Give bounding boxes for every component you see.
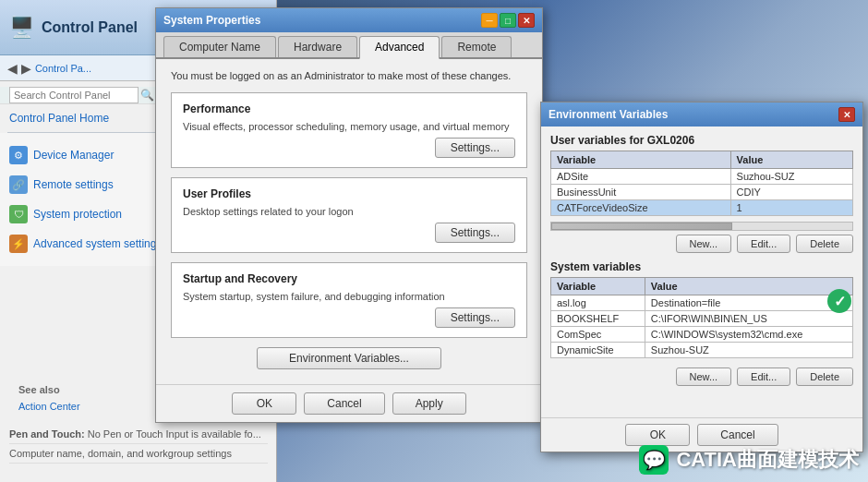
- user-var-adsite-name: ADSite: [551, 169, 731, 185]
- tabs-container: Computer Name Hardware Advanced Remote: [156, 32, 542, 59]
- user-delete-button[interactable]: Delete: [796, 235, 853, 253]
- sys-var-comspec-value: C:\WINDOWS\system32\cmd.exe: [645, 327, 852, 343]
- environment-variables-button[interactable]: Environment Variables...: [257, 347, 441, 369]
- user-var-row-businessunit[interactable]: BusinessUnit CDIY: [551, 185, 853, 200]
- minimize-button[interactable]: ─: [481, 13, 498, 28]
- pen-touch-value: No Pen or Touch Input is available fo...: [88, 428, 261, 440]
- sys-var-row-bookshelf[interactable]: BOOKSHELF C:\IFOR\WIN\BIN\EN_US: [551, 311, 853, 327]
- pen-touch-key: Pen and Touch:: [9, 428, 85, 440]
- system-props-body: You must be logged on as an Administrato…: [156, 59, 542, 388]
- startup-recovery-title: Startup and Recovery: [183, 272, 515, 285]
- sidebar-item-label-advanced: Advanced system settings: [33, 237, 162, 250]
- titlebar-controls: ─ □ ✕: [481, 13, 535, 28]
- user-vars-table-container: Variable Value ADSite Suzhou-SUZ Busines…: [550, 151, 853, 231]
- apply-button[interactable]: Apply: [392, 392, 466, 415]
- sys-edit-button[interactable]: Edit...: [737, 368, 790, 386]
- system-vars-table-container: Variable Value asl.log Destination=file …: [550, 277, 853, 364]
- advanced-settings-icon: ⚡: [9, 235, 28, 253]
- tab-computer-name[interactable]: Computer Name: [163, 36, 276, 57]
- system-protection-icon: 🛡: [9, 205, 28, 223]
- user-edit-button[interactable]: Edit...: [737, 235, 790, 253]
- sys-var-bookshelf-value: C:\IFOR\WIN\BIN\EN_US: [645, 311, 852, 327]
- user-var-row-adsite[interactable]: ADSite Suzhou-SUZ: [551, 169, 853, 185]
- tab-advanced[interactable]: Advanced: [359, 36, 440, 59]
- startup-recovery-desc: System startup, system failure, and debu…: [183, 291, 515, 302]
- env-vars-title: Environment Variables: [549, 108, 668, 121]
- sys-var-row-comspec[interactable]: ComSpec C:\WINDOWS\system32\cmd.exe: [551, 327, 853, 343]
- performance-desc: Visual effects, processor scheduling, me…: [183, 121, 515, 132]
- env-vars-titlebar-controls: ✕: [838, 107, 855, 122]
- user-vars-table: Variable Value ADSite Suzhou-SUZ Busines…: [550, 151, 853, 216]
- sidebar-item-label-remote: Remote settings: [33, 178, 114, 191]
- watermark: 💬 CATIA曲面建模技术: [639, 445, 859, 475]
- user-profiles-title: User Profiles: [183, 187, 515, 200]
- sidebar-item-label-protection: System protection: [33, 208, 122, 221]
- user-var-businessunit-value: CDIY: [730, 185, 852, 200]
- maximize-button[interactable]: □: [500, 13, 516, 28]
- pen-touch-label: Pen and Touch: No Pen or Touch Input is …: [9, 425, 268, 444]
- sys-delete-button[interactable]: Delete: [796, 368, 853, 386]
- admin-notice: You must be logged on as an Administrato…: [171, 70, 527, 81]
- system-props-title: System Properties: [163, 14, 260, 27]
- env-vars-body: User variables for GXL0206 Variable Valu…: [541, 127, 862, 401]
- user-var-row-catforce[interactable]: CATForceVideoSize 1: [551, 200, 853, 216]
- sys-new-button[interactable]: New...: [676, 368, 732, 386]
- system-vars-buttons: New... Edit... Delete: [550, 368, 853, 386]
- env-vars-titlebar: Environment Variables ✕: [541, 102, 862, 127]
- computer-name-label: Computer name, domain, and workgroup set…: [9, 444, 268, 464]
- user-table-hscroll-thumb: [551, 223, 732, 230]
- system-props-titlebar: System Properties ─ □ ✕: [156, 8, 542, 32]
- check-mark-overlay: ✓: [827, 289, 851, 313]
- user-new-button[interactable]: New...: [676, 235, 732, 253]
- tab-remote[interactable]: Remote: [441, 36, 512, 57]
- system-vars-table: Variable Value asl.log Destination=file …: [550, 277, 853, 358]
- performance-section: Performance Visual effects, processor sc…: [171, 92, 527, 168]
- sys-var-dynamicsite-value: Suzhou-SUZ: [645, 343, 852, 358]
- user-table-hscrollbar[interactable]: [550, 222, 853, 231]
- environment-variables-dialog: Environment Variables ✕ User variables f…: [540, 102, 863, 452]
- user-vars-title: User variables for GXL0206: [550, 134, 853, 147]
- user-profiles-settings-button[interactable]: Settings...: [435, 223, 515, 243]
- startup-recovery-section: Startup and Recovery System startup, sys…: [171, 262, 527, 338]
- sys-var-comspec-name: ComSpec: [551, 327, 645, 343]
- cancel-button[interactable]: Cancel: [304, 392, 384, 415]
- system-vars-title: System variables: [550, 260, 853, 273]
- env-vars-close-button[interactable]: ✕: [838, 107, 855, 122]
- sys-var-asllog-value: Destination=file: [645, 295, 852, 311]
- user-var-catforce-value: 1: [730, 200, 852, 216]
- ok-button[interactable]: OK: [232, 392, 296, 415]
- close-button[interactable]: ✕: [518, 13, 535, 28]
- desktop: 🖥️ 📁 🖥️ Control Panel ◀ ▶ Control Pa... …: [0, 0, 868, 482]
- device-manager-icon: ⚙: [9, 146, 28, 164]
- sys-var-asllog-name: asl.log: [551, 295, 645, 311]
- env-ok-button[interactable]: OK: [625, 424, 690, 446]
- cp-title: Control Panel: [42, 19, 138, 36]
- user-var-col-variable: Variable: [551, 151, 731, 169]
- sys-var-row-dynamicsite[interactable]: DynamicSite Suzhou-SUZ: [551, 343, 853, 358]
- sys-var-col-value: Value: [645, 278, 852, 295]
- performance-title: Performance: [183, 102, 515, 115]
- sys-var-bookshelf-name: BOOKSHELF: [551, 311, 645, 327]
- sidebar-item-label-device-manager: Device Manager: [33, 149, 114, 162]
- user-var-businessunit-name: BusinessUnit: [551, 185, 731, 200]
- user-vars-buttons: New... Edit... Delete: [550, 235, 853, 253]
- user-var-adsite-value: Suzhou-SUZ: [730, 169, 852, 185]
- sys-var-row-asllog[interactable]: asl.log Destination=file: [551, 295, 853, 311]
- performance-settings-button[interactable]: Settings...: [435, 138, 515, 158]
- remote-settings-icon: 🔗: [9, 175, 28, 194]
- tab-hardware[interactable]: Hardware: [278, 36, 357, 57]
- user-profiles-desc: Desktop settings related to your logon: [183, 206, 515, 217]
- user-var-catforce-name: CATForceVideoSize: [551, 200, 731, 216]
- system-properties-dialog: System Properties ─ □ ✕ Computer Name Ha…: [155, 7, 543, 423]
- sys-var-col-variable: Variable: [551, 278, 645, 295]
- user-var-col-value: Value: [730, 151, 852, 169]
- watermark-icon: 💬: [639, 445, 669, 475]
- cp-nav-path: Control Pa...: [35, 63, 91, 74]
- watermark-text: CATIA曲面建模技术: [676, 446, 859, 474]
- user-profiles-section: User Profiles Desktop settings related t…: [171, 177, 527, 253]
- env-cancel-button[interactable]: Cancel: [697, 424, 778, 446]
- sys-var-dynamicsite-name: DynamicSite: [551, 343, 645, 358]
- cp-search-input[interactable]: [9, 87, 139, 103]
- startup-recovery-settings-button[interactable]: Settings...: [435, 307, 515, 328]
- system-props-footer: OK Cancel Apply: [156, 384, 542, 422]
